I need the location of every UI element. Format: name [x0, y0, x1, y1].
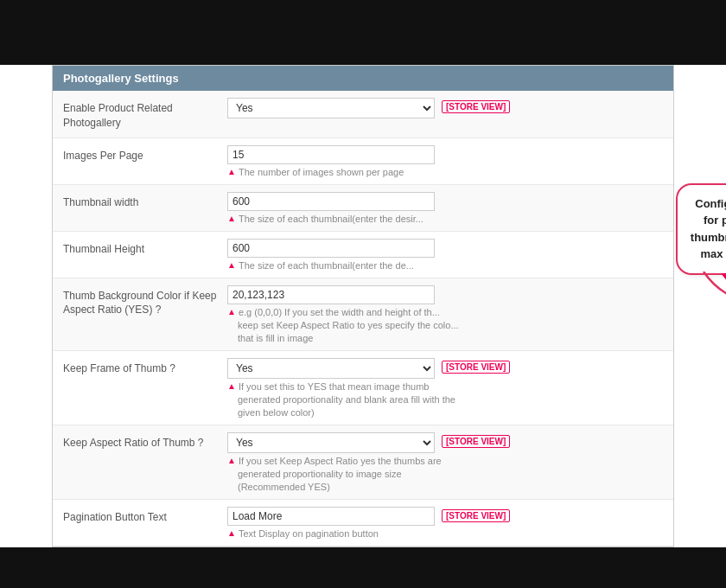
- tooltip-arrow: [695, 272, 726, 306]
- store-view-badge-pagination: [STORE VIEW]: [442, 509, 510, 522]
- input-thumbnail-width[interactable]: [227, 192, 435, 211]
- row-thumbnail-width: Thumbnail width ▲ The size of each thumb…: [53, 185, 673, 232]
- hint-keep-frame-1: ▲ If you set this to YES that mean image…: [227, 381, 663, 392]
- settings-body: Enable Product RelatedPhotogallery Yes N…: [53, 91, 673, 546]
- hint-thumbnail-width: ▲ The size of each thumbnail(enter the d…: [227, 214, 663, 224]
- hint-icon-bg: ▲: [227, 307, 236, 316]
- hint-keep-aspect-2: generated proportionality to image size: [227, 469, 663, 479]
- hint-thumbnail-height: ▲ The size of each thumbnail(enter the d…: [227, 260, 663, 271]
- store-view-badge-aspect: [STORE VIEW]: [442, 435, 510, 448]
- row-enable-product: Enable Product RelatedPhotogallery Yes N…: [53, 91, 673, 138]
- label-thumb-bg-color: Thumb Background Color if KeepAspect Rat…: [63, 285, 227, 318]
- hint-thumb-bg-1: ▲ e.g (0,0,0) If you set the width and h…: [227, 307, 663, 317]
- bottom-black-bar: [0, 547, 726, 588]
- hint-thumb-bg-2: keep set Keep Aspect Ratio to yes specif…: [227, 320, 663, 330]
- hint-icon-ka: ▲: [227, 456, 236, 465]
- row-images-per-page: Images Per Page ▲ The number of images s…: [53, 138, 673, 185]
- select-enable-product[interactable]: Yes No: [227, 98, 435, 118]
- input-thumb-bg-color[interactable]: [227, 285, 435, 304]
- settings-title: Photogallery Settings: [63, 72, 179, 85]
- label-images-per-page: Images Per Page: [63, 145, 227, 163]
- hint-icon-kf: ▲: [227, 381, 236, 391]
- hint-icon-pb: ▲: [227, 528, 236, 538]
- row-keep-frame: Keep Frame of Thumb ? Yes No [STORE VIEW…: [53, 351, 673, 425]
- label-thumbnail-height: Thumbnail Height: [63, 239, 227, 257]
- select-keep-frame[interactable]: Yes No: [227, 358, 435, 379]
- row-thumb-bg-color: Thumb Background Color if KeepAspect Rat…: [53, 278, 673, 351]
- label-keep-frame: Keep Frame of Thumb ?: [63, 358, 227, 376]
- tooltip-bubble: Configure different settings for photoga…: [676, 183, 726, 275]
- label-thumbnail-width: Thumbnail width: [63, 192, 227, 210]
- hint-keep-aspect-1: ▲ If you set Keep Aspect Ratio yes the t…: [227, 456, 663, 466]
- hint-keep-aspect-3: (Recommended YES): [227, 482, 663, 492]
- row-pagination-button: Pagination Button Text [STORE VIEW] ▲ Te…: [53, 500, 673, 546]
- hint-keep-frame-2: generated proportionality and blank area…: [227, 394, 663, 405]
- label-keep-aspect: Keep Aspect Ratio of Thumb ?: [63, 432, 227, 451]
- content-thumbnail-width: ▲ The size of each thumbnail(enter the d…: [227, 192, 663, 224]
- store-view-badge-enable: [STORE VIEW]: [442, 100, 510, 113]
- hint-pagination-1: ▲ Text Display on pagination button: [227, 528, 663, 539]
- select-keep-aspect[interactable]: Yes No: [227, 432, 435, 453]
- input-images-per-page[interactable]: [227, 145, 435, 164]
- hint-icon: ▲: [227, 167, 236, 176]
- content-keep-frame: Yes No [STORE VIEW] ▲ If you set this to…: [227, 358, 663, 418]
- hint-icon-tw: ▲: [227, 214, 236, 223]
- select-group-keep-frame: Yes No [STORE VIEW]: [227, 358, 663, 379]
- input-pagination-button[interactable]: [227, 507, 435, 526]
- content-images-per-page: ▲ The number of images shown per page: [227, 145, 663, 177]
- top-black-bar: [0, 0, 726, 65]
- content-keep-aspect: Yes No [STORE VIEW] ▲ If you set Keep As…: [227, 432, 663, 492]
- content-pagination-button: [STORE VIEW] ▲ Text Display on paginatio…: [227, 507, 663, 539]
- select-group-keep-aspect: Yes No [STORE VIEW]: [227, 432, 663, 453]
- content-enable-product: Yes No [STORE VIEW]: [227, 98, 663, 118]
- hint-icon-th: ▲: [227, 260, 236, 270]
- content-thumbnail-height: ▲ The size of each thumbnail(enter the d…: [227, 239, 663, 271]
- settings-container: Photogallery Settings Enable Product Rel…: [52, 65, 674, 547]
- label-enable-product: Enable Product RelatedPhotogallery: [63, 98, 227, 131]
- store-view-badge-frame: [STORE VIEW]: [442, 361, 510, 374]
- input-group-pagination: [STORE VIEW]: [227, 507, 663, 526]
- hint-keep-frame-3: given below color): [227, 407, 663, 418]
- hint-thumb-bg-3: that is fill in image: [227, 333, 663, 343]
- content-thumb-bg-color: ▲ e.g (0,0,0) If you set the width and h…: [227, 285, 663, 343]
- row-thumbnail-height: Thumbnail Height ▲ The size of each thum…: [53, 232, 673, 278]
- row-keep-aspect: Keep Aspect Ratio of Thumb ? Yes No [STO…: [53, 425, 673, 500]
- settings-header: Photogallery Settings: [53, 66, 673, 91]
- hint-images-per-page: ▲ The number of images shown per page: [227, 167, 663, 177]
- input-thumbnail-height[interactable]: [227, 239, 435, 258]
- label-pagination-button: Pagination Button Text: [63, 507, 227, 525]
